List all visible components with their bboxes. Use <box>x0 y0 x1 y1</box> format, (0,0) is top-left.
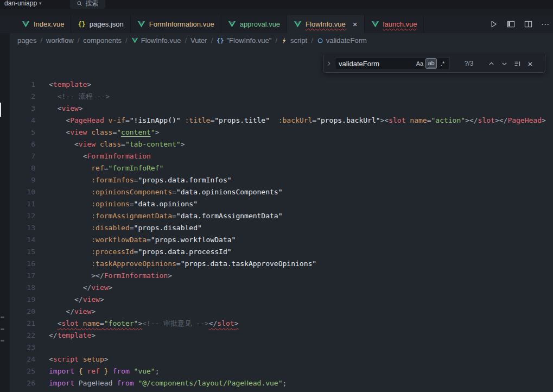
code-line-content: </view> <box>49 282 112 294</box>
regex-toggle[interactable]: .* <box>437 58 448 69</box>
line-number: 15 <box>10 246 35 258</box>
code-line[interactable]: 24<script setup> <box>10 353 553 365</box>
line-number: 19 <box>10 294 35 306</box>
close-find-widget-button[interactable]: × <box>525 58 536 69</box>
run-file-button[interactable] <box>488 19 499 30</box>
line-number: 13 <box>10 222 35 234</box>
find-input[interactable] <box>339 60 414 68</box>
code-line-content: </view> <box>49 306 96 318</box>
match-case-toggle[interactable]: Aa <box>414 58 425 69</box>
line-number: 22 <box>10 330 35 342</box>
breadcrumb-separator: / <box>78 36 80 45</box>
tab-index-vue[interactable]: Index.vue <box>15 15 71 33</box>
method-icon <box>317 37 323 44</box>
code-line[interactable]: 8 ref="formInfoRef" <box>10 162 553 174</box>
code-line[interactable]: 25import { ref } from "vue"; <box>10 365 553 377</box>
code-line[interactable]: 9 :formInfos="props.data.formInfos" <box>10 174 553 186</box>
code-line[interactable]: 2 <!-- 流程 --> <box>10 91 553 103</box>
breadcrumb-item-script[interactable]: script <box>281 36 307 45</box>
global-search-box[interactable]: 搜索 <box>70 0 105 9</box>
code-line[interactable]: 5 <view class="content"> <box>10 127 553 138</box>
tab-label: FlowInfo.vue <box>306 20 346 28</box>
line-number: 4 <box>10 115 35 127</box>
next-match-button[interactable] <box>499 58 510 69</box>
code-line-content: </template> <box>49 330 96 342</box>
code-line[interactable]: 17 ></FormInformation> <box>10 270 553 282</box>
braces-icon: {} <box>217 37 224 44</box>
code-line[interactable]: 22</template> <box>10 330 553 342</box>
code-line[interactable]: 4 <PageHead v-if="!isInApp()" :title="pr… <box>10 115 553 127</box>
code-line[interactable]: 16 :taskApproveOpinions="props.data.task… <box>10 258 553 270</box>
vue-file-icon <box>371 20 379 28</box>
line-number: 8 <box>10 162 35 174</box>
breadcrumb-item-validateform[interactable]: validateForm <box>317 36 367 45</box>
breadcrumb-separator: / <box>185 36 187 45</box>
code-line[interactable]: 7 <FormInformation <box>10 150 553 162</box>
breadcrumb-item-workflow[interactable]: workflow <box>46 36 74 45</box>
project-name: dan-uniapp <box>4 0 37 7</box>
code-line[interactable]: 6 <view class="tab-content"> <box>10 138 553 150</box>
code-line-content: import PageHead from "@/components/layou… <box>49 377 287 389</box>
code-line-content: <view class="tab-content"> <box>49 138 185 150</box>
code-line[interactable]: 15 :processId="props.data.processId" <box>10 246 553 258</box>
code-line-content: :workflowData="props.workflowData" <box>49 234 236 246</box>
code-line[interactable]: 14 :workflowData="props.workflowData" <box>10 234 553 246</box>
vscode-window: dan-uniapp ▾ 搜索 Index.vue{}pages.jsonFor… <box>0 0 553 392</box>
line-number: 12 <box>10 210 35 222</box>
split-editor-button[interactable] <box>523 19 533 30</box>
code-line[interactable]: 20 </view> <box>10 306 553 318</box>
whole-word-toggle[interactable]: ab <box>425 58 437 69</box>
find-input-box: Aa ab .* <box>335 57 450 70</box>
code-line[interactable]: 11 :opinions="data.opinions" <box>10 198 553 210</box>
code-line[interactable]: 12 :formAssignmentData="data.formAssignm… <box>10 210 553 222</box>
code-line[interactable]: 21 <slot name="footer"><!-- 审批意见 --></sl… <box>10 318 553 330</box>
line-number: 21 <box>10 318 35 330</box>
vue-file-icon <box>137 20 145 28</box>
breadcrumb-item-flowinfo-vue[interactable]: FlowInfo.vue <box>131 36 181 45</box>
breadcrumb-item-pages[interactable]: pages <box>17 36 36 45</box>
breadcrumb-item-flowinfo-vue[interactable]: {}"FlowInfo.vue" <box>217 36 271 45</box>
code-line[interactable]: 1<template> <box>10 79 553 91</box>
code-line[interactable]: 18 </view> <box>10 282 553 294</box>
vue-icon <box>131 37 138 44</box>
code-line[interactable]: 13 :disabled="props.disabled" <box>10 222 553 234</box>
code-line-content: <template> <box>49 79 91 91</box>
close-tab-icon[interactable]: × <box>353 20 358 28</box>
vue-file-icon <box>294 20 302 28</box>
tab-pages-json[interactable]: {}pages.json <box>71 15 130 33</box>
toggle-replace-chevron[interactable] <box>325 60 333 67</box>
line-number: 23 <box>10 342 35 353</box>
json-file-icon: {} <box>78 21 85 28</box>
code-line[interactable]: 26import PageHead from "@/components/lay… <box>10 377 553 389</box>
line-number: 2 <box>10 91 35 103</box>
code-line[interactable]: 19 </view> <box>10 294 553 306</box>
whole-word-icon: ab <box>428 60 434 67</box>
code-line[interactable]: 3 <view> <box>10 103 553 115</box>
code-line-content: :formInfos="props.data.formInfos" <box>49 174 232 186</box>
code-line[interactable]: 23 <box>10 342 553 353</box>
previous-match-button[interactable] <box>486 58 497 69</box>
line-number: 17 <box>10 270 35 282</box>
tab-approval-vue[interactable]: approval.vue <box>221 15 287 33</box>
search-label: 搜索 <box>86 0 99 8</box>
breadcrumb-item-vuter[interactable]: Vuter <box>190 36 207 45</box>
tab-label: FormInformation.vue <box>149 20 214 28</box>
code-area[interactable]: 1<template>2 <!-- 流程 -->3 <view>4 <PageH… <box>10 79 553 389</box>
code-line-content: <script setup> <box>49 353 109 365</box>
tab-label: approval.vue <box>240 20 280 28</box>
find-in-selection-button[interactable] <box>512 58 523 69</box>
search-icon <box>77 1 82 7</box>
more-actions-button[interactable]: ⋯ <box>540 19 551 30</box>
breadcrumb-item-components[interactable]: components <box>83 36 122 45</box>
line-number: 24 <box>10 353 35 365</box>
project-menu[interactable]: dan-uniapp ▾ <box>4 0 42 7</box>
code-line-content: <view class="content"> <box>49 127 160 138</box>
tab-label: launch.vue <box>383 20 417 28</box>
title-bar: dan-uniapp ▾ 搜索 <box>0 0 553 9</box>
code-line-content: ></FormInformation> <box>49 270 172 282</box>
code-line[interactable]: 10 :opinionsComponents="data.opinionsCom… <box>10 186 553 198</box>
tab-flowinfo-vue[interactable]: FlowInfo.vue× <box>287 15 364 33</box>
tab-forminformation-vue[interactable]: FormInformation.vue <box>131 15 221 33</box>
toggle-layout-button[interactable] <box>505 19 516 30</box>
tab-launch-vue[interactable]: launch.vue <box>365 15 424 33</box>
